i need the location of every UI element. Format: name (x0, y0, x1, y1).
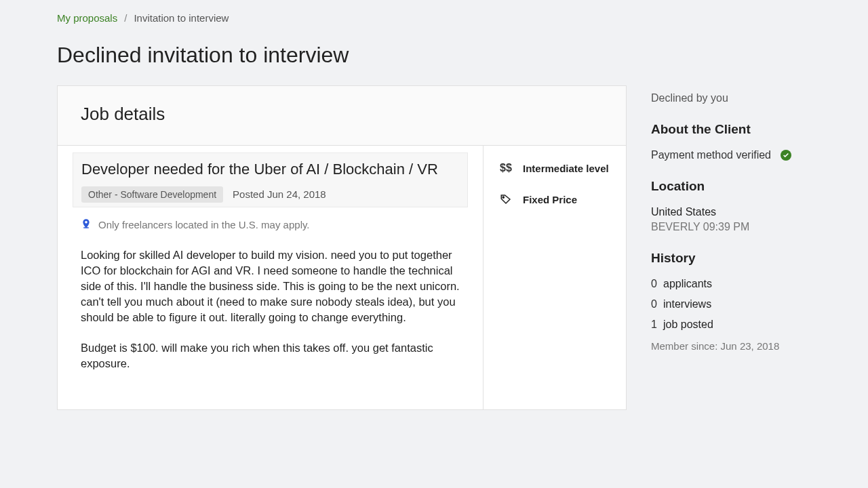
history-heading: History (651, 251, 811, 266)
client-sidebar: Declined by you About the Client Payment… (651, 85, 811, 352)
location-restriction-text: Only freelancers located in the U.S. may… (98, 219, 310, 230)
posted-date: Posted Jun 24, 2018 (233, 188, 326, 200)
price-tag-icon (500, 193, 513, 208)
experience-level-label: Intermediate level (523, 162, 609, 176)
payment-verified-label: Payment method verified (651, 149, 771, 161)
location-pin-icon (81, 218, 92, 231)
verified-check-icon (781, 150, 791, 161)
breadcrumb-root-link[interactable]: My proposals (57, 12, 117, 24)
history-jobs: 1 job posted (651, 319, 811, 331)
breadcrumb-separator: / (124, 12, 127, 24)
experience-level-icon: $$ (500, 162, 513, 174)
svg-rect-0 (83, 227, 89, 228)
job-description-p1: Looking for skilled AI developer to buil… (81, 247, 460, 325)
page-title: Declined invitation to interview (57, 43, 811, 68)
location-heading: Location (651, 179, 811, 194)
breadcrumb: My proposals / Invitation to interview (57, 12, 811, 24)
declined-status: Declined by you (651, 92, 811, 104)
history-interviews-count: 0 (651, 298, 658, 310)
job-details-heading: Job details (81, 104, 603, 125)
job-description-p2: Budget is $100. will make you rich when … (81, 340, 460, 371)
client-city-time: BEVERLY 09:39 PM (651, 221, 811, 233)
history-interviews-label: interviews (663, 298, 711, 310)
history-interviews: 0 interviews (651, 298, 811, 310)
job-details-card: Job details Developer needed for the Ube… (57, 85, 627, 410)
history-applicants-label: applicants (663, 278, 712, 290)
history-applicants-count: 0 (651, 278, 658, 290)
client-country: United States (651, 206, 811, 218)
history-applicants: 0 applicants (651, 278, 811, 290)
price-type-label: Fixed Price (523, 193, 577, 207)
about-client-heading: About the Client (651, 122, 811, 137)
history-jobs-label: job posted (663, 319, 713, 331)
svg-point-1 (502, 197, 504, 198)
member-since: Member since: Jun 23, 2018 (651, 340, 811, 352)
breadcrumb-current: Invitation to interview (134, 12, 229, 24)
category-tag[interactable]: Other - Software Development (81, 186, 223, 203)
history-jobs-count: 1 (651, 319, 658, 331)
job-title: Developer needed for the Uber of AI / Bl… (81, 160, 459, 180)
